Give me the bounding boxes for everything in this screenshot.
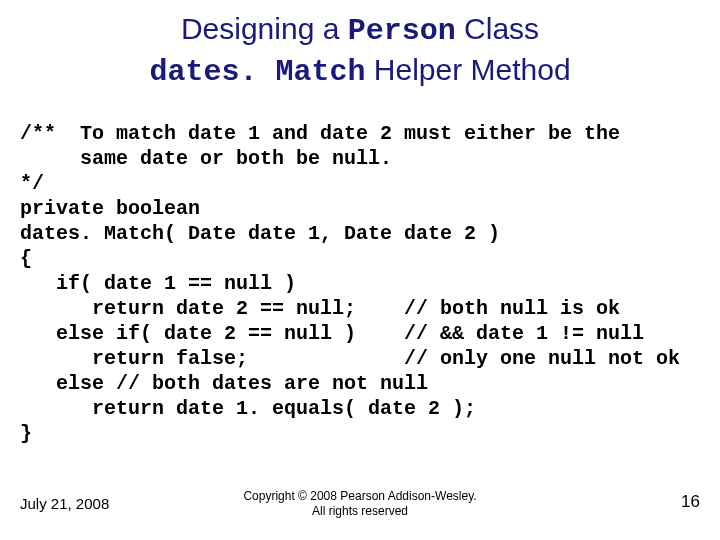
footer-copyright: Copyright © 2008 Pearson Addison-Wesley.… [0, 489, 720, 520]
slide: Designing a Person Class dates. Match He… [0, 0, 720, 540]
footer-page-number: 16 [681, 492, 700, 512]
copyright-line2: All rights reserved [312, 504, 408, 518]
slide-title: Designing a Person Class dates. Match He… [0, 0, 720, 91]
title-line1-post: Class [456, 12, 539, 45]
code-block: /** To match date 1 and date 2 must eith… [20, 121, 720, 446]
title-line1-mono: Person [348, 14, 456, 48]
title-line2-mono: dates. Match [149, 55, 365, 89]
title-line2-post: Helper Method [365, 53, 570, 86]
title-line1-pre: Designing a [181, 12, 348, 45]
copyright-line1: Copyright © 2008 Pearson Addison-Wesley. [243, 489, 476, 503]
